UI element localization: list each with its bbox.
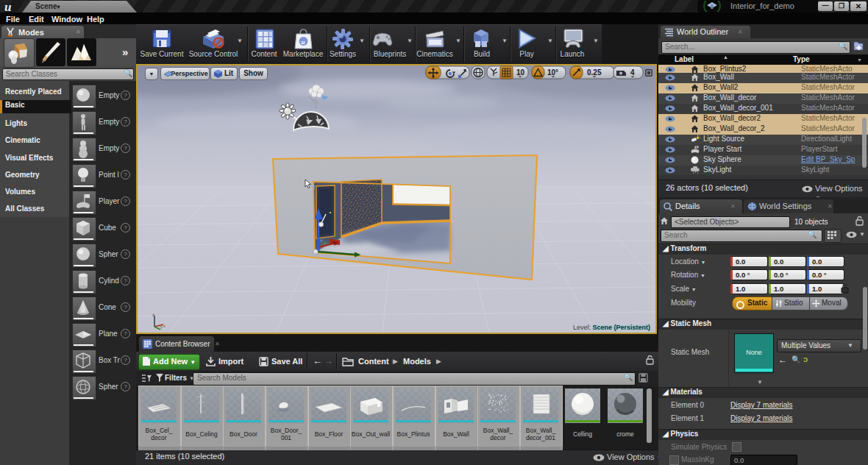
svg-text:u: u: [4, 1, 11, 13]
svg-text:0.25: 0.25: [587, 68, 602, 77]
svg-text:x: x: [163, 324, 166, 328]
svg-text:10: 10: [516, 68, 525, 77]
svg-text:4: 4: [630, 68, 635, 77]
svg-text:-y: -y: [159, 324, 163, 329]
svg-text:z: z: [152, 313, 154, 317]
svg-text:u: u: [302, 38, 305, 46]
svg-text:10°: 10°: [547, 68, 558, 77]
